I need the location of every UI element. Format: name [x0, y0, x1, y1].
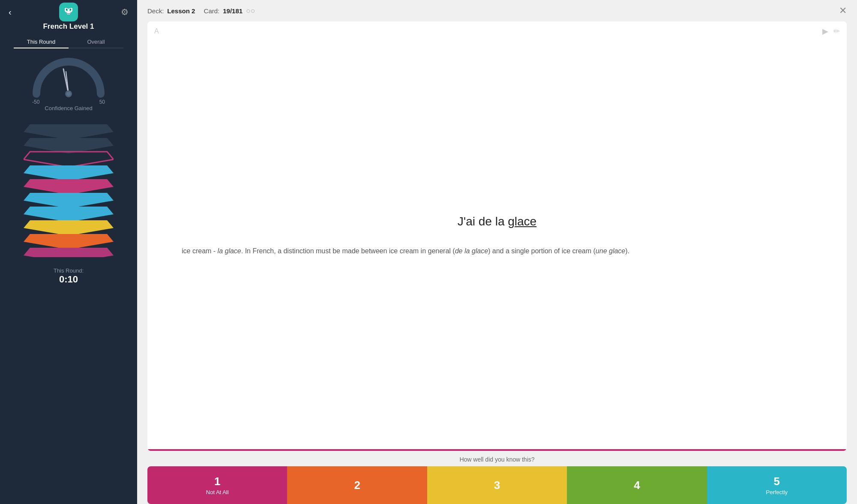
card-header: A ▶ ✏	[147, 21, 847, 39]
card-text-underline: glace	[508, 215, 536, 228]
rating-button-3[interactable]: 3	[427, 466, 567, 504]
tab-this-round[interactable]: This Round	[14, 36, 69, 48]
gauge-max: 50	[99, 99, 105, 105]
rating-label-1: Not At All	[206, 489, 229, 495]
deck-prefix: Deck:	[147, 7, 164, 15]
close-button[interactable]: ✕	[839, 5, 847, 16]
rating-button-1[interactable]: 1 Not At All	[147, 466, 287, 504]
rating-num-3: 3	[494, 479, 500, 492]
round-label: This Round:	[54, 267, 84, 274]
card-area: A ▶ ✏ J'ai de la glace ice cream - la gl…	[137, 21, 857, 451]
svg-marker-21	[24, 234, 114, 249]
deck-title: French Level 1	[43, 22, 94, 31]
infinity-icons: ○○	[246, 6, 255, 15]
rating-button-5[interactable]: 5 Perfectly	[707, 466, 847, 504]
card-main-text: J'ai de la glace	[182, 215, 812, 228]
play-button[interactable]: ▶	[822, 27, 828, 36]
rating-buttons: 1 Not At All 2 3 4 5 Perfectly	[147, 466, 847, 504]
top-bar: Deck: Lesson 2 Card: 19/181 ○○ ✕	[137, 0, 857, 21]
round-time: 0:10	[59, 274, 78, 285]
rating-area: How well did you know this? 1 Not At All…	[137, 451, 857, 504]
svg-marker-17	[24, 179, 114, 195]
main-content: Deck: Lesson 2 Card: 19/181 ○○ ✕ A ▶ ✏ J…	[137, 0, 857, 504]
edit-button[interactable]: ✏	[833, 27, 840, 36]
svg-marker-22	[24, 248, 114, 257]
card-number: 19/181	[223, 7, 243, 15]
svg-marker-15	[24, 152, 114, 167]
sidebar-header: ‹ ⚙	[0, 7, 137, 17]
rating-num-5: 5	[774, 475, 780, 488]
sidebar: ‹ ⚙ French Level 1 This Round Overall	[0, 0, 137, 504]
svg-point-5	[66, 9, 67, 10]
card-body: J'ai de la glace ice cream - la glace. I…	[147, 39, 847, 449]
rating-num-4: 4	[634, 479, 640, 492]
rating-num-1: 1	[214, 475, 220, 488]
chevrons-svg	[24, 120, 114, 257]
confidence-gauge	[30, 55, 107, 98]
card-side-label: A	[154, 27, 159, 35]
settings-button[interactable]: ⚙	[121, 7, 129, 17]
svg-marker-18	[24, 193, 114, 208]
back-button[interactable]: ‹	[9, 7, 12, 17]
gauge-min: -50	[32, 99, 39, 105]
svg-marker-20	[24, 220, 114, 236]
deck-name: Lesson 2	[167, 7, 195, 15]
rating-button-4[interactable]: 4	[567, 466, 707, 504]
card-prefix: Card:	[204, 7, 220, 15]
card-text-part1: J'ai de la glace	[458, 215, 536, 228]
flashcard: A ▶ ✏ J'ai de la glace ice cream - la gl…	[147, 21, 847, 451]
confidence-label: Confidence Gained	[45, 105, 92, 111]
card-actions: ▶ ✏	[822, 27, 840, 36]
app-logo	[59, 3, 78, 21]
tabs-container: This Round Overall	[14, 36, 123, 48]
rating-button-2[interactable]: 2	[287, 466, 427, 504]
deck-info: Deck: Lesson 2 Card: 19/181 ○○	[147, 6, 255, 15]
rating-num-2: 2	[354, 479, 360, 492]
svg-point-6	[70, 9, 71, 10]
chevrons-container	[21, 120, 116, 257]
card-progress-bar	[147, 449, 847, 451]
rating-label-5: Perfectly	[766, 489, 788, 495]
svg-marker-13	[24, 124, 114, 140]
gauge-container: -50 50 Confidence Gained	[30, 55, 107, 117]
svg-marker-16	[24, 165, 114, 181]
svg-marker-19	[24, 207, 114, 222]
card-sub-text: ice cream - la glace. In French, a disti…	[182, 246, 812, 257]
gauge-labels: -50 50	[32, 99, 105, 105]
svg-point-12	[66, 92, 71, 96]
tab-overall[interactable]: Overall	[69, 36, 123, 48]
rating-question: How well did you know this?	[147, 456, 847, 463]
